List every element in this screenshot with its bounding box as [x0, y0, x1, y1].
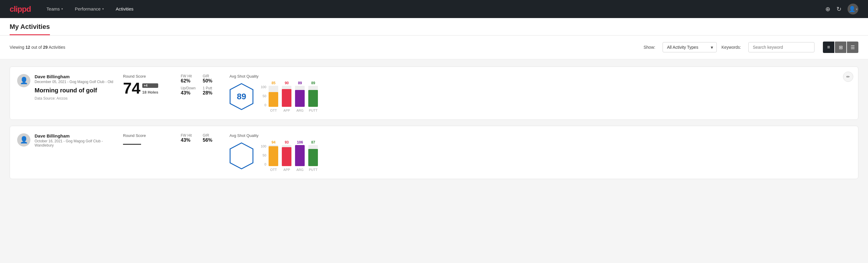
activity-card: 👤 Dave Billingham October 16, 2021 - Gog…: [10, 126, 858, 179]
nav-teams[interactable]: Teams ▾: [45, 0, 64, 18]
quality-header: Avg Shot Quality 89: [229, 74, 318, 112]
stats-section: FW Hit 62% GIR 50% Up/Down 43% 1 Putt 28…: [181, 74, 220, 96]
bar-app: 90 APP: [282, 81, 291, 112]
one-putt-stat: 1 Putt 28%: [203, 86, 220, 96]
fw-hit-stat: FW Hit 43%: [181, 133, 198, 143]
bar-arg: 106 ARG: [295, 140, 305, 172]
show-label: Show:: [644, 45, 655, 50]
quality-label: Avg Shot Quality: [229, 74, 318, 79]
hexagon: 89: [229, 83, 253, 110]
score-holes: 18 Holes: [142, 90, 158, 94]
card-user-name: Dave Billingham: [35, 74, 113, 79]
stat-row-1: FW Hit 62% GIR 50% Up/Down 43% 1 Putt 28…: [181, 74, 220, 96]
score-placeholder: [123, 144, 141, 145]
avatar: 👤: [17, 133, 30, 147]
list-detail-view-button[interactable]: ☰: [847, 41, 858, 53]
round-score-section: Round Score 74 +4 18 Holes: [123, 74, 171, 96]
logo[interactable]: clippd: [10, 4, 31, 14]
nav-icons: ⊕ ↻ 👤 ▾: [825, 4, 858, 14]
hexagon-svg: [229, 142, 253, 169]
refresh-icon[interactable]: ↻: [836, 5, 841, 12]
edit-button[interactable]: ✏: [843, 71, 853, 82]
score-display: 74 +4 18 Holes: [123, 80, 171, 96]
fw-hit-stat: FW Hit 62%: [181, 74, 198, 84]
bar-arg: 89 ARG: [295, 81, 305, 112]
bar-groups: 94 OTT 93 APP: [269, 140, 318, 172]
navbar: clippd Teams ▾ Performance ▾ Activities …: [0, 0, 868, 18]
add-icon[interactable]: ⊕: [825, 5, 830, 12]
stats-section: FW Hit 43% GIR 56%: [181, 133, 220, 143]
y-axis: 100 50 0: [261, 144, 266, 172]
bar-putt: 87 PUTT: [308, 140, 318, 172]
card-data-source: Data Source: Arccos: [35, 96, 113, 100]
avatar-chevron: ▾: [856, 7, 858, 11]
keywords-label: Keywords:: [721, 45, 741, 50]
card-activity-title: Morning round of golf: [35, 87, 113, 94]
card-user-name: Dave Billingham: [35, 133, 114, 139]
svg-marker-1: [230, 143, 253, 169]
shot-quality-chart: 100 50 0 94 OTT: [261, 140, 318, 172]
updown-stat: Up/Down 43%: [181, 86, 198, 96]
avg-shot-quality-section: Avg Shot Quality 100: [229, 133, 851, 172]
hexagon-display: [229, 142, 253, 169]
card-user-section: 👤 Dave Billingham October 16, 2021 - Gog…: [17, 133, 114, 147]
nav-activities[interactable]: Activities: [115, 0, 135, 18]
card-user-info: Dave Billingham October 16, 2021 - Gog M…: [35, 133, 114, 147]
keyword-search-input[interactable]: [748, 42, 814, 52]
hex-score: 89: [237, 92, 246, 101]
bar-groups: 85 OTT 90 APP: [269, 81, 318, 112]
score-badge: +4: [142, 83, 158, 88]
bar-ott: 94 OTT: [269, 140, 278, 172]
bar-putt: 89 PUTT: [308, 81, 318, 112]
bar-ott: 85 OTT: [269, 81, 278, 112]
user-avatar[interactable]: 👤 ▾: [847, 4, 858, 14]
gir-stat: GIR 50%: [203, 74, 220, 84]
card-date: October 16, 2021 - Gog Magog Golf Club -…: [35, 139, 114, 147]
avg-shot-quality-section: Avg Shot Quality 89: [229, 74, 851, 112]
filter-bar: Viewing 12 out of 29 Activities Show: Al…: [0, 35, 868, 59]
hexagon: [229, 142, 253, 169]
user-icon: 👤: [20, 136, 28, 144]
activity-card: ✏ 👤 Dave Billingham December 05, 2021 - …: [10, 66, 858, 120]
activity-type-dropdown[interactable]: All Activity Types: [662, 42, 717, 52]
card-user-info: Dave Billingham December 05, 2021 - Gog …: [35, 74, 113, 100]
round-score-label: Round Score: [123, 133, 171, 138]
card-user-section: 👤 Dave Billingham December 05, 2021 - Go…: [17, 74, 114, 100]
activities-list: ✏ 👤 Dave Billingham December 05, 2021 - …: [0, 59, 868, 192]
quality-label: Avg Shot Quality: [229, 133, 318, 138]
gir-stat: GIR 56%: [203, 133, 220, 143]
bar-app: 93 APP: [282, 140, 291, 172]
user-icon: 👤: [20, 77, 28, 85]
chevron-down-icon: ▾: [102, 7, 104, 10]
avatar: 👤: [17, 74, 30, 87]
y-axis: 100 50 0: [261, 85, 266, 112]
quality-header: Avg Shot Quality 100: [229, 133, 318, 172]
round-score-label: Round Score: [123, 74, 171, 79]
viewing-text: Viewing 12 out of 29 Activities: [10, 45, 65, 50]
page-header: My Activities: [0, 18, 868, 35]
user-icon: 👤: [849, 6, 856, 12]
round-score-section: Round Score: [123, 133, 171, 145]
activity-type-dropdown-wrapper: All Activity Types: [662, 42, 717, 52]
stat-row: FW Hit 43% GIR 56%: [181, 133, 220, 143]
grid-view-button[interactable]: ⊞: [835, 41, 846, 53]
nav-performance[interactable]: Performance ▾: [74, 0, 105, 18]
hexagon-display: 89: [229, 83, 253, 110]
card-date: December 05, 2021 - Gog Magog Golf Club …: [35, 80, 113, 84]
shot-quality-chart: 100 50 0 85 OTT: [261, 81, 318, 112]
list-compact-view-button[interactable]: ≡: [823, 41, 834, 53]
view-buttons: ≡ ⊞ ☰: [823, 41, 858, 53]
page-title: My Activities: [10, 23, 50, 35]
chevron-down-icon: ▾: [61, 7, 63, 10]
